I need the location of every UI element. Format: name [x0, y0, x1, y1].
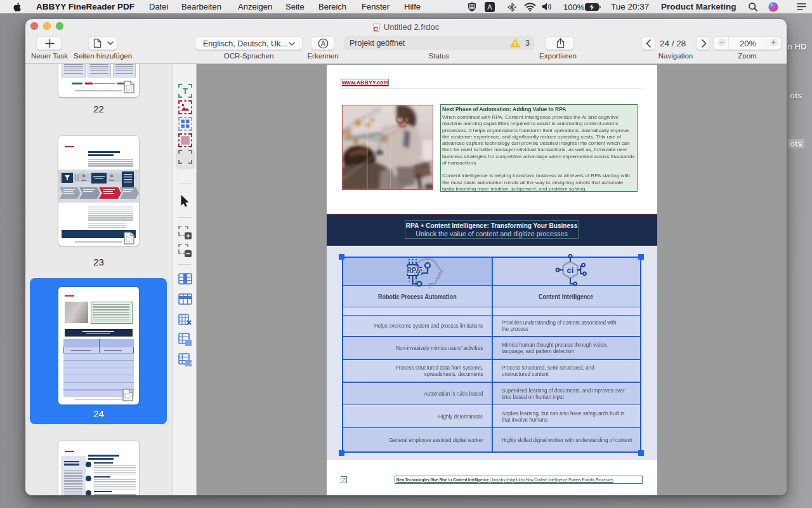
- svg-text:A: A: [487, 3, 492, 11]
- svg-text:A: A: [321, 39, 325, 47]
- svg-text:ci: ci: [566, 265, 573, 275]
- svg-text:RPA: RPA: [407, 266, 421, 274]
- svg-text:T: T: [183, 86, 188, 96]
